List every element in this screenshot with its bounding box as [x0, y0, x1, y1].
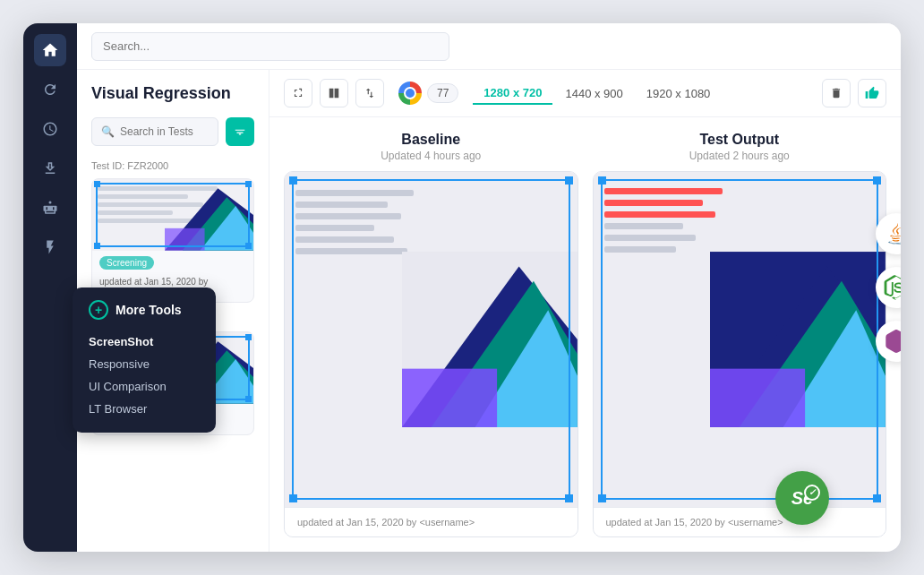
filter-button[interactable]: [226, 117, 254, 146]
test-output-thumb: [594, 172, 886, 507]
selenium-text: Se ✓: [791, 488, 813, 509]
thumbsup-btn[interactable]: [858, 79, 886, 107]
test-output-col: Test Output Updated 2 hours ago: [593, 132, 887, 537]
test-count-badge: 77: [427, 83, 458, 103]
test-card-thumb-1: [92, 179, 253, 251]
badge-screening: Screening: [99, 256, 246, 273]
baseline-footer: updated at Jan 15, 2020 by <username>: [285, 507, 578, 536]
baseline-col: Baseline Updated 4 hours ago: [284, 132, 578, 537]
more-tools-header: + More Tools: [89, 300, 200, 320]
search-bar: 🔍: [91, 117, 254, 146]
sidebar-refresh-icon[interactable]: [34, 73, 66, 106]
sidebar-robot-icon[interactable]: [34, 192, 66, 224]
sidebar-bolt-icon[interactable]: [34, 231, 66, 263]
selenium-badge: Se ✓: [775, 471, 829, 525]
fullscreen-icon-btn[interactable]: [284, 79, 312, 107]
selenium-check-icon: ✓: [804, 485, 820, 501]
nodejs-icon: [876, 267, 901, 308]
trash-icon-btn[interactable]: [822, 79, 851, 107]
top-bar: [77, 23, 901, 70]
resolution-group: 1280 x 720 1440 x 900 1920 x 1080: [473, 82, 721, 105]
panel-title: Visual Regression: [91, 84, 254, 103]
test-output-subtitle: Updated 2 hours ago: [593, 150, 887, 162]
csharp-icon: [876, 321, 901, 362]
baseline-header: Baseline Updated 4 hours ago: [284, 132, 578, 162]
search-input[interactable]: [120, 125, 209, 138]
sidebar: [23, 23, 77, 552]
baseline-thumb: [285, 172, 578, 507]
baseline-selection-box: [292, 179, 570, 500]
search-icon: 🔍: [101, 125, 115, 138]
compare-icon-btn[interactable]: [355, 79, 384, 107]
chrome-browser-icon: [398, 82, 422, 105]
more-tools-popup: + More Tools ScreenShot Responsive UI Co…: [73, 288, 216, 433]
split-view-icon-btn[interactable]: [320, 79, 348, 107]
test-output-card[interactable]: updated at Jan 15, 2020 by <username>: [593, 171, 887, 537]
test-output-selection-box: [601, 179, 879, 500]
test-id-label: Test ID: FZR2000: [91, 160, 254, 171]
more-tools-title: More Tools: [116, 303, 182, 317]
more-tools-screenshot[interactable]: ScreenShot: [89, 330, 200, 353]
java-icon: [876, 213, 901, 254]
test-output-header: Test Output Updated 2 hours ago: [593, 132, 887, 162]
more-tools-responsive[interactable]: Responsive: [89, 353, 200, 375]
test-output-footer: updated at Jan 15, 2020 by <username>: [594, 507, 886, 536]
plus-icon: +: [89, 300, 108, 320]
more-tools-ui-comparison[interactable]: UI Comparison: [89, 375, 200, 398]
baseline-title: Baseline: [284, 132, 578, 148]
test-card-1[interactable]: Screening updated at Jan 15, 2020 by <us…: [91, 178, 254, 303]
sidebar-clock-icon[interactable]: [34, 113, 66, 145]
test-output-title: Test Output: [593, 132, 887, 148]
resolution-1280[interactable]: 1280 x 720: [473, 82, 552, 105]
sidebar-upload-icon[interactable]: [34, 152, 66, 185]
sidebar-home-icon[interactable]: [34, 34, 66, 66]
more-tools-lt-browser[interactable]: LT Browser: [89, 398, 200, 420]
search-input-wrapper[interactable]: 🔍: [91, 117, 218, 146]
toolbar: 77 1280 x 720 1440 x 900 1920 x 1080: [270, 70, 901, 117]
resolution-1920[interactable]: 1920 x 1080: [636, 83, 722, 104]
baseline-card[interactable]: updated at Jan 15, 2020 by <username>: [284, 171, 578, 537]
right-tech-icons: [876, 213, 901, 362]
top-search-input[interactable]: [91, 32, 449, 61]
resolution-1440[interactable]: 1440 x 900: [554, 83, 633, 104]
baseline-subtitle: Updated 4 hours ago: [284, 150, 578, 162]
